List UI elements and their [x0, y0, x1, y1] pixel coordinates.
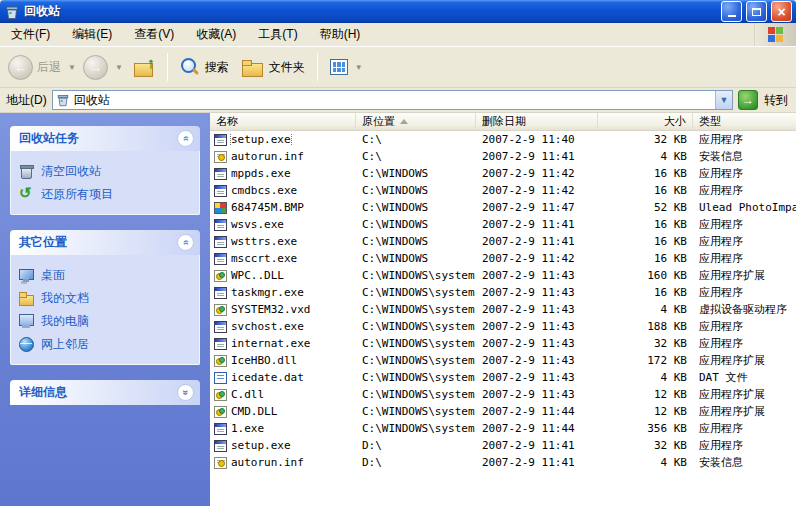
sidebar-item-label: 清空回收站 — [41, 163, 101, 180]
file-name-cell: C.dll — [210, 388, 356, 401]
column-header-size[interactable]: 大小 — [598, 113, 693, 130]
table-row[interactable]: msccrt.exeC:\WINDOWS2007-2-9 11:4216 KB应… — [210, 250, 796, 267]
table-row[interactable]: wsvs.exeC:\WINDOWS2007-2-9 11:4116 KB应用程… — [210, 216, 796, 233]
table-row[interactable]: SYSTEM32.vxdC:\WINDOWS\system2007-2-9 11… — [210, 301, 796, 318]
table-row[interactable]: svchost.exeC:\WINDOWS\system2007-2-9 11:… — [210, 318, 796, 335]
sidebar-item[interactable]: 还原所有项目 — [18, 183, 195, 206]
chevron-down-icon[interactable] — [177, 384, 194, 401]
bmp-image-icon — [214, 202, 227, 214]
chevron-up-icon[interactable] — [177, 234, 194, 251]
recycle-bin-icon — [4, 4, 20, 20]
type-cell: 安装信息 — [693, 149, 796, 164]
table-row[interactable]: setup.exeD:\2007-2-9 11:4132 KB应用程序 — [210, 437, 796, 454]
panel-title: 详细信息 — [19, 384, 67, 401]
column-header-name[interactable]: 名称 — [210, 113, 356, 130]
file-name: cmdbcs.exe — [231, 184, 297, 197]
sidebar-item[interactable]: 网上邻居 — [18, 333, 195, 356]
chevron-up-icon[interactable] — [177, 130, 194, 147]
table-row[interactable]: setup.exeC:\2007-2-9 11:4032 KB应用程序 — [210, 131, 796, 148]
file-list: 名称 原位置 删除日期 大小 类型 setup.exeC:\2007-2-9 1… — [210, 113, 796, 506]
panel-header[interactable]: 详细信息 — [10, 380, 200, 405]
menu-item[interactable]: 文件(F) — [0, 22, 61, 47]
forward-dropdown-icon[interactable]: ▼ — [115, 63, 123, 72]
address-combo[interactable]: 回收站 ▼ — [52, 90, 733, 110]
folders-button[interactable]: 文件夹 — [237, 56, 310, 79]
file-name-cell: WPC..DLL — [210, 269, 356, 282]
file-name-cell: cmdbcs.exe — [210, 184, 356, 197]
application-icon — [214, 338, 227, 350]
application-icon — [214, 253, 227, 265]
table-row[interactable]: taskmgr.exeC:\WINDOWS\system2007-2-9 11:… — [210, 284, 796, 301]
table-row[interactable]: wsttrs.exeC:\WINDOWS2007-2-9 11:4116 KB应… — [210, 233, 796, 250]
menu-item[interactable]: 编辑(E) — [61, 22, 123, 47]
size-cell: 16 KB — [598, 286, 693, 299]
sidebar-item[interactable]: 清空回收站 — [18, 160, 195, 183]
table-row[interactable]: cmdbcs.exeC:\WINDOWS2007-2-9 11:4216 KB应… — [210, 182, 796, 199]
type-cell: 应用程序 — [693, 421, 796, 436]
menu-item[interactable]: 帮助(H) — [309, 22, 372, 47]
maximize-button[interactable] — [746, 1, 767, 22]
type-cell: Ulead PhotoImpa... — [693, 201, 796, 214]
file-name: WPC..DLL — [231, 269, 284, 282]
sidebar-item-label: 还原所有项目 — [41, 186, 113, 203]
sidebar-item[interactable]: 我的文档 — [18, 287, 195, 310]
forward-button[interactable]: → — [81, 53, 110, 82]
table-row[interactable]: internat.exeC:\WINDOWS\system2007-2-9 11… — [210, 335, 796, 352]
network-places-icon — [18, 337, 34, 352]
sidebar-item[interactable]: 我的电脑 — [18, 310, 195, 333]
table-row[interactable]: autorun.infD:\2007-2-9 11:414 KB安装信息 — [210, 454, 796, 471]
panel-header[interactable]: 回收站任务 — [10, 126, 200, 151]
panel-header[interactable]: 其它位置 — [10, 230, 200, 255]
table-row[interactable]: mppds.exeC:\WINDOWS2007-2-9 11:4216 KB应用… — [210, 165, 796, 182]
size-cell: 16 KB — [598, 252, 693, 265]
column-header-date-deleted[interactable]: 删除日期 — [476, 113, 598, 130]
type-cell: 应用程序 — [693, 319, 796, 334]
restore-all-items-icon — [18, 187, 34, 202]
back-dropdown-icon[interactable]: ▼ — [68, 63, 76, 72]
search-button[interactable]: 搜索 — [175, 54, 234, 80]
type-cell: 应用程序扩展 — [693, 387, 796, 402]
table-row[interactable]: 684745M.BMPC:\WINDOWS2007-2-9 11:4752 KB… — [210, 199, 796, 216]
back-label: 后退 — [37, 59, 61, 76]
back-arrow-icon: ← — [8, 55, 33, 80]
close-button[interactable]: × — [771, 1, 792, 22]
column-header-type[interactable]: 类型 — [693, 113, 796, 130]
address-bar: 地址(D) 回收站 ▼ → 转到 — [0, 88, 796, 113]
go-button[interactable]: → — [738, 90, 758, 110]
table-row[interactable]: autorun.infC:\2007-2-9 11:414 KB安装信息 — [210, 148, 796, 165]
original-location-cell: C:\WINDOWS — [356, 167, 476, 180]
main-area: 回收站任务 清空回收站还原所有项目 其它位置 桌面我的文档我的电脑网上邻居 详细… — [0, 113, 796, 506]
menu-item[interactable]: 工具(T) — [247, 22, 308, 47]
original-location-cell: C:\WINDOWS\system — [356, 303, 476, 316]
size-cell: 12 KB — [598, 388, 693, 401]
size-cell: 16 KB — [598, 167, 693, 180]
application-icon — [214, 321, 227, 333]
file-name: 1.exe — [231, 422, 264, 435]
original-location-cell: C:\WINDOWS\system — [356, 388, 476, 401]
menu-item[interactable]: 收藏(A) — [185, 22, 247, 47]
back-button[interactable]: ← 后退 — [6, 53, 63, 82]
table-row[interactable]: 1.exeC:\WINDOWS\system2007-2-9 11:44356 … — [210, 420, 796, 437]
up-button[interactable] — [128, 54, 160, 80]
application-icon — [214, 423, 227, 435]
minimize-button[interactable] — [721, 1, 742, 22]
sidebar-item[interactable]: 桌面 — [18, 264, 195, 287]
views-button[interactable]: ▼ — [325, 56, 370, 78]
address-dropdown-button[interactable]: ▼ — [715, 91, 732, 109]
table-row[interactable]: C.dllC:\WINDOWS\system2007-2-9 11:4312 K… — [210, 386, 796, 403]
windows-flag-icon — [768, 27, 784, 43]
date-deleted-cell: 2007-2-9 11:43 — [476, 337, 598, 350]
date-deleted-cell: 2007-2-9 11:41 — [476, 456, 598, 469]
column-header-original-location[interactable]: 原位置 — [356, 113, 476, 130]
toolbar: ← 后退 ▼ → ▼ 搜索 文件夹 ▼ — [0, 47, 796, 88]
menu-item[interactable]: 查看(V) — [123, 22, 185, 47]
table-row[interactable]: icedate.datC:\WINDOWS\system2007-2-9 11:… — [210, 369, 796, 386]
file-name-cell: autorun.inf — [210, 150, 356, 163]
table-row[interactable]: CMD.DLLC:\WINDOWS\system2007-2-9 11:4412… — [210, 403, 796, 420]
table-row[interactable]: WPC..DLLC:\WINDOWS\system2007-2-9 11:431… — [210, 267, 796, 284]
table-row[interactable]: IceHBO.dllC:\WINDOWS\system2007-2-9 11:4… — [210, 352, 796, 369]
type-cell: 应用程序 — [693, 183, 796, 198]
original-location-cell: C:\WINDOWS\system — [356, 405, 476, 418]
file-name: icedate.dat — [231, 371, 304, 384]
file-name-cell: setup.exe — [210, 439, 356, 452]
